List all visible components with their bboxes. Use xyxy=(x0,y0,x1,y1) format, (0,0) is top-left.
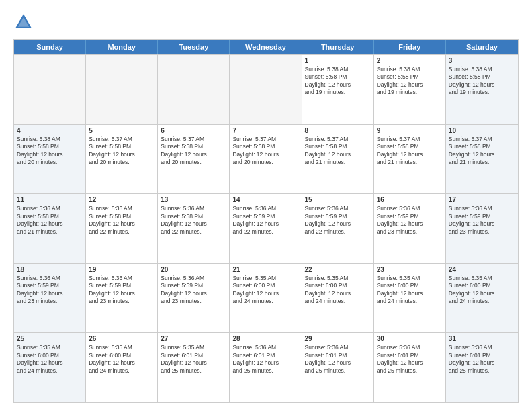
header xyxy=(13,12,519,32)
week-row-1: 1Sunrise: 5:38 AMSunset: 5:58 PMDaylight… xyxy=(14,54,518,124)
day-number: 25 xyxy=(17,335,83,342)
calendar-body: 1Sunrise: 5:38 AMSunset: 5:58 PMDaylight… xyxy=(14,54,518,402)
day-info: Sunrise: 5:37 AMSunset: 5:58 PMDaylight:… xyxy=(161,136,226,167)
day-info: Sunrise: 5:36 AMSunset: 5:59 PMDaylight:… xyxy=(161,275,226,306)
day-number: 2 xyxy=(377,57,443,64)
cal-cell: 24Sunrise: 5:35 AMSunset: 6:00 PMDayligh… xyxy=(446,264,518,333)
day-number: 8 xyxy=(305,127,371,134)
cal-cell: 12Sunrise: 5:36 AMSunset: 5:58 PMDayligh… xyxy=(86,194,158,263)
day-info: Sunrise: 5:35 AMSunset: 6:00 PMDaylight:… xyxy=(305,275,371,306)
header-monday: Monday xyxy=(86,40,158,54)
cal-cell: 11Sunrise: 5:36 AMSunset: 5:58 PMDayligh… xyxy=(14,194,86,263)
cal-cell: 3Sunrise: 5:38 AMSunset: 5:58 PMDaylight… xyxy=(446,55,518,124)
cal-cell: 21Sunrise: 5:35 AMSunset: 6:00 PMDayligh… xyxy=(230,264,302,333)
day-number: 28 xyxy=(232,335,298,342)
day-number: 31 xyxy=(449,335,515,342)
day-info: Sunrise: 5:37 AMSunset: 5:58 PMDaylight:… xyxy=(377,136,443,167)
cal-cell: 22Sunrise: 5:35 AMSunset: 6:00 PMDayligh… xyxy=(302,264,374,333)
cal-cell: 6Sunrise: 5:37 AMSunset: 5:58 PMDaylight… xyxy=(158,125,230,194)
day-info: Sunrise: 5:37 AMSunset: 5:58 PMDaylight:… xyxy=(232,136,298,167)
day-number: 9 xyxy=(377,127,443,134)
logo-icon xyxy=(13,12,34,32)
day-number: 22 xyxy=(305,266,371,273)
day-number: 24 xyxy=(449,266,515,273)
day-number: 23 xyxy=(377,266,443,273)
day-info: Sunrise: 5:35 AMSunset: 6:00 PMDaylight:… xyxy=(89,344,154,375)
day-number: 20 xyxy=(161,266,226,273)
cal-cell: 18Sunrise: 5:36 AMSunset: 5:59 PMDayligh… xyxy=(14,264,86,333)
day-info: Sunrise: 5:36 AMSunset: 5:59 PMDaylight:… xyxy=(89,275,154,306)
cal-cell: 30Sunrise: 5:36 AMSunset: 6:01 PMDayligh… xyxy=(374,333,446,402)
page: SundayMondayTuesdayWednesdayThursdayFrid… xyxy=(0,0,532,411)
cal-cell: 27Sunrise: 5:35 AMSunset: 6:01 PMDayligh… xyxy=(158,333,230,402)
cal-cell: 1Sunrise: 5:38 AMSunset: 5:58 PMDaylight… xyxy=(302,55,374,124)
cal-cell xyxy=(86,55,158,124)
header-sunday: Sunday xyxy=(14,40,86,54)
day-info: Sunrise: 5:36 AMSunset: 6:01 PMDaylight:… xyxy=(232,344,298,375)
header-friday: Friday xyxy=(374,40,446,54)
cal-cell: 15Sunrise: 5:36 AMSunset: 5:59 PMDayligh… xyxy=(302,194,374,263)
day-info: Sunrise: 5:36 AMSunset: 6:01 PMDaylight:… xyxy=(449,344,515,375)
day-info: Sunrise: 5:36 AMSunset: 5:59 PMDaylight:… xyxy=(305,205,371,236)
day-info: Sunrise: 5:36 AMSunset: 5:58 PMDaylight:… xyxy=(17,205,83,236)
day-info: Sunrise: 5:35 AMSunset: 6:00 PMDaylight:… xyxy=(449,275,515,306)
day-number: 4 xyxy=(17,127,83,134)
cal-cell: 10Sunrise: 5:37 AMSunset: 5:58 PMDayligh… xyxy=(446,125,518,194)
day-number: 7 xyxy=(232,127,298,134)
day-number: 18 xyxy=(17,266,83,273)
day-number: 12 xyxy=(89,196,154,203)
day-info: Sunrise: 5:35 AMSunset: 6:00 PMDaylight:… xyxy=(232,275,298,306)
day-info: Sunrise: 5:36 AMSunset: 5:59 PMDaylight:… xyxy=(377,205,443,236)
cal-cell: 5Sunrise: 5:37 AMSunset: 5:58 PMDaylight… xyxy=(86,125,158,194)
cal-cell: 25Sunrise: 5:35 AMSunset: 6:00 PMDayligh… xyxy=(14,333,86,402)
day-info: Sunrise: 5:35 AMSunset: 6:00 PMDaylight:… xyxy=(377,275,443,306)
cal-cell: 31Sunrise: 5:36 AMSunset: 6:01 PMDayligh… xyxy=(446,333,518,402)
day-info: Sunrise: 5:36 AMSunset: 5:59 PMDaylight:… xyxy=(17,275,83,306)
cal-cell: 8Sunrise: 5:37 AMSunset: 5:58 PMDaylight… xyxy=(302,125,374,194)
day-number: 26 xyxy=(89,335,154,342)
day-number: 21 xyxy=(232,266,298,273)
calendar: SundayMondayTuesdayWednesdayThursdayFrid… xyxy=(13,39,519,403)
cal-cell: 7Sunrise: 5:37 AMSunset: 5:58 PMDaylight… xyxy=(230,125,302,194)
day-info: Sunrise: 5:38 AMSunset: 5:58 PMDaylight:… xyxy=(449,66,515,97)
cal-cell: 17Sunrise: 5:36 AMSunset: 5:59 PMDayligh… xyxy=(446,194,518,263)
day-number: 5 xyxy=(89,127,154,134)
day-info: Sunrise: 5:36 AMSunset: 5:59 PMDaylight:… xyxy=(449,205,515,236)
cal-cell: 2Sunrise: 5:38 AMSunset: 5:58 PMDaylight… xyxy=(374,55,446,124)
week-row-3: 11Sunrise: 5:36 AMSunset: 5:58 PMDayligh… xyxy=(14,193,518,263)
cal-cell: 16Sunrise: 5:36 AMSunset: 5:59 PMDayligh… xyxy=(374,194,446,263)
day-number: 16 xyxy=(377,196,443,203)
day-info: Sunrise: 5:36 AMSunset: 6:01 PMDaylight:… xyxy=(305,344,371,375)
cal-cell xyxy=(230,55,302,124)
cal-cell xyxy=(158,55,230,124)
day-number: 27 xyxy=(161,335,226,342)
week-row-4: 18Sunrise: 5:36 AMSunset: 5:59 PMDayligh… xyxy=(14,263,518,333)
week-row-2: 4Sunrise: 5:38 AMSunset: 5:58 PMDaylight… xyxy=(14,124,518,194)
day-info: Sunrise: 5:36 AMSunset: 6:01 PMDaylight:… xyxy=(377,344,443,375)
header-wednesday: Wednesday xyxy=(230,40,302,54)
day-number: 1 xyxy=(305,57,371,64)
day-info: Sunrise: 5:36 AMSunset: 5:58 PMDaylight:… xyxy=(89,205,154,236)
day-number: 17 xyxy=(449,196,515,203)
day-number: 14 xyxy=(232,196,298,203)
cal-cell: 28Sunrise: 5:36 AMSunset: 6:01 PMDayligh… xyxy=(230,333,302,402)
cal-cell: 9Sunrise: 5:37 AMSunset: 5:58 PMDaylight… xyxy=(374,125,446,194)
day-info: Sunrise: 5:35 AMSunset: 6:01 PMDaylight:… xyxy=(161,344,226,375)
day-info: Sunrise: 5:36 AMSunset: 5:59 PMDaylight:… xyxy=(232,205,298,236)
cal-cell: 13Sunrise: 5:36 AMSunset: 5:58 PMDayligh… xyxy=(158,194,230,263)
week-row-5: 25Sunrise: 5:35 AMSunset: 6:00 PMDayligh… xyxy=(14,332,518,402)
cal-cell: 19Sunrise: 5:36 AMSunset: 5:59 PMDayligh… xyxy=(86,264,158,333)
cal-cell: 14Sunrise: 5:36 AMSunset: 5:59 PMDayligh… xyxy=(230,194,302,263)
day-number: 10 xyxy=(449,127,515,134)
day-number: 30 xyxy=(377,335,443,342)
day-info: Sunrise: 5:38 AMSunset: 5:58 PMDaylight:… xyxy=(305,66,371,97)
cal-cell: 4Sunrise: 5:38 AMSunset: 5:58 PMDaylight… xyxy=(14,125,86,194)
day-number: 3 xyxy=(449,57,515,64)
day-info: Sunrise: 5:37 AMSunset: 5:58 PMDaylight:… xyxy=(305,136,371,167)
day-info: Sunrise: 5:38 AMSunset: 5:58 PMDaylight:… xyxy=(377,66,443,97)
header-tuesday: Tuesday xyxy=(158,40,230,54)
day-info: Sunrise: 5:36 AMSunset: 5:58 PMDaylight:… xyxy=(161,205,226,236)
cal-cell: 29Sunrise: 5:36 AMSunset: 6:01 PMDayligh… xyxy=(302,333,374,402)
day-info: Sunrise: 5:35 AMSunset: 6:00 PMDaylight:… xyxy=(17,344,83,375)
day-number: 6 xyxy=(161,127,226,134)
